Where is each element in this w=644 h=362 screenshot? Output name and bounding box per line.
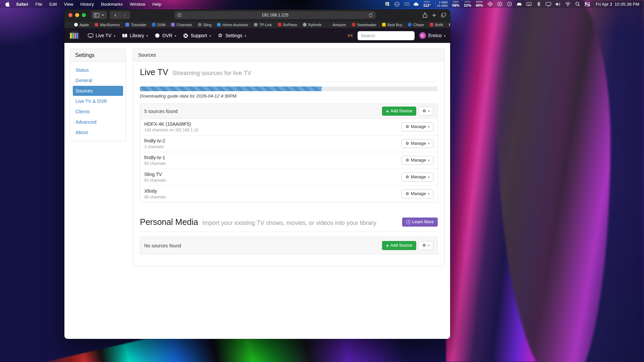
nav-library[interactable]: Library ▾	[122, 33, 148, 38]
bookmark-item[interactable]: Chase	[408, 23, 424, 27]
bookmark-item[interactable]: RoPieee	[278, 23, 297, 27]
add-source-button[interactable]: +Add Source	[382, 241, 417, 250]
tab-overview-icon[interactable]	[441, 13, 446, 17]
cpu-stat[interactable]: CPU 22%	[464, 1, 471, 7]
close-button[interactable]	[68, 13, 72, 17]
apple-logo-icon[interactable]	[5, 1, 10, 7]
sidebar-title: Settings	[70, 49, 126, 62]
bookmark-item[interactable]: Sweetwater	[352, 23, 376, 27]
play-icon[interactable]	[497, 1, 502, 7]
grid-icon[interactable]	[404, 2, 409, 6]
chevron-down-icon: ▾	[428, 159, 429, 162]
minimize-button[interactable]	[75, 13, 79, 17]
bookmark-item[interactable]: MacRumors	[95, 23, 120, 27]
book-icon	[122, 33, 127, 38]
broadcast-icon[interactable]	[347, 33, 353, 38]
user-menu[interactable]: E Enrico ▾	[419, 32, 445, 39]
manage-button[interactable]: ⚙Manage▾	[401, 139, 433, 148]
share-icon[interactable]	[423, 12, 427, 18]
sidebar-item-about[interactable]: About	[73, 127, 123, 137]
car-icon[interactable]	[517, 1, 522, 7]
source-row: frndly-tv-2 2 channels ⚙Manage▾	[140, 135, 437, 152]
search-input[interactable]	[358, 31, 415, 40]
spotlight-icon[interactable]	[575, 1, 580, 7]
forward-button[interactable]: ›	[120, 11, 129, 19]
bookmark-item[interactable]: Best Buy	[382, 23, 402, 27]
bookmark-item[interactable]: DSM	[152, 23, 165, 27]
gear-icon: ⚙	[422, 109, 426, 113]
sidebar-item-advanced[interactable]: Advanced	[73, 117, 123, 127]
bookmark-favicon	[449, 23, 450, 26]
menu-history[interactable]: History	[80, 2, 94, 7]
sources-options-button[interactable]: ⚙▾	[418, 107, 433, 116]
manage-button[interactable]: ⚙Manage▾	[401, 122, 433, 131]
personal-options-button[interactable]: ⚙▾	[418, 241, 433, 250]
sources-panel: Sources Live TV Streaming sources for li…	[133, 49, 445, 266]
nav-settings[interactable]: ⚙ Settings ▾	[218, 33, 246, 38]
bookmark-favicon	[152, 23, 156, 26]
menu-bookmarks[interactable]: Bookmarks	[101, 2, 123, 7]
menu-help[interactable]: Help	[152, 2, 161, 7]
bookmark-item[interactable]: Home Assistant	[217, 23, 248, 27]
cloud-icon[interactable]	[414, 1, 419, 7]
menu-view[interactable]: View	[64, 2, 73, 7]
channels-logo[interactable]	[69, 32, 79, 39]
desktop: Safari File Edit View History Bookmarks …	[0, 0, 644, 362]
bookmark-item[interactable]: Sling	[198, 23, 211, 27]
bookmark-item[interactable]: Translate	[125, 23, 146, 27]
ssd-stat[interactable]: SSD 58%	[452, 1, 460, 7]
wifi-icon[interactable]	[565, 1, 571, 7]
manage-button[interactable]: ⚙Manage▾	[401, 189, 433, 198]
menu-window[interactable]: Window	[130, 2, 145, 7]
zoom-button[interactable]	[82, 13, 86, 17]
mem-stat[interactable]: MEM 49%	[476, 1, 483, 7]
learn-more-button[interactable]: !Learn More	[402, 218, 438, 227]
back-button[interactable]: ‹	[111, 11, 120, 19]
reload-icon[interactable]	[369, 13, 373, 17]
bookmarks-bar: Apple MacRumors Translate DSM Channels S…	[64, 21, 450, 28]
bookmark-item[interactable]: Rythmik	[303, 23, 322, 27]
nav-support[interactable]: Support ▾	[183, 33, 211, 38]
address-bar[interactable]: 192.168.1.225	[174, 11, 376, 19]
clock-icon[interactable]	[507, 1, 512, 7]
bookmark-item[interactable]: BofA	[430, 23, 443, 27]
gear-icon: ⚙	[406, 124, 409, 129]
menubar-clock[interactable]: Fri Apr 3 10:35:38 PM	[596, 2, 639, 7]
nav-dvr[interactable]: DVR ▾	[155, 33, 176, 38]
cpu-temp-stat[interactable]: CPU 112°	[423, 1, 431, 7]
bookmark-favicon	[74, 23, 78, 26]
sidebar-toggle-button[interactable]	[91, 11, 107, 19]
bookmark-favicon	[95, 23, 98, 26]
live-tv-title: Live TV	[140, 67, 168, 77]
manage-button[interactable]: ⚙Manage▾	[401, 156, 433, 165]
volume-icon[interactable]	[555, 1, 561, 7]
menubar-app-name[interactable]: Safari	[16, 2, 28, 7]
menu-edit[interactable]: Edit	[49, 2, 57, 7]
bookmark-item[interactable]: TP-Link	[254, 23, 272, 27]
display-icon[interactable]	[546, 1, 551, 7]
passwords-icon[interactable]	[385, 1, 390, 7]
add-source-button[interactable]: +Add Source	[382, 107, 417, 116]
bookmark-item[interactable]: Channels	[171, 23, 192, 27]
sidebar-item-clients[interactable]: Clients	[73, 107, 123, 117]
bluetooth-icon[interactable]	[536, 1, 541, 7]
nav-live-tv[interactable]: Live TV ▾	[88, 33, 115, 38]
sidebar-item-livetv-dvr[interactable]: Live TV & DVR	[73, 96, 123, 106]
creative-cloud-icon[interactable]	[394, 1, 400, 7]
network-stat[interactable]: ↑↓ 1 KB/s 21 KB/s	[435, 1, 448, 8]
bookmark-item[interactable]: Apple	[74, 23, 89, 27]
sidebar-item-status[interactable]: Status	[73, 65, 123, 75]
down-arrow-icon: ↓	[435, 4, 436, 7]
istat-icon[interactable]	[487, 1, 493, 7]
keyboard-icon[interactable]	[526, 1, 532, 7]
new-tab-icon[interactable]	[432, 13, 436, 17]
reader-icon[interactable]	[177, 13, 181, 17]
bookmark-item[interactable]: HSA	[449, 23, 450, 27]
menu-file[interactable]: File	[35, 2, 42, 7]
tv-icon	[88, 33, 93, 38]
bookmark-item[interactable]: Amazon	[327, 23, 346, 27]
control-center-icon[interactable]	[585, 1, 590, 7]
sidebar-item-general[interactable]: General	[73, 75, 123, 85]
sidebar-item-sources[interactable]: Sources	[73, 86, 123, 96]
manage-button[interactable]: ⚙Manage▾	[401, 173, 433, 182]
